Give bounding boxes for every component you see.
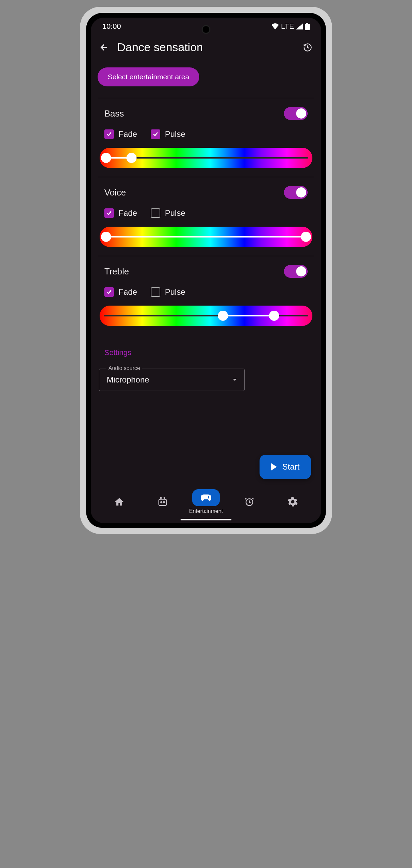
bass-pulse-label: Pulse bbox=[165, 129, 185, 139]
bass-slider-thumb-low[interactable] bbox=[101, 153, 111, 163]
chevron-down-icon bbox=[233, 379, 237, 381]
restore-icon[interactable] bbox=[303, 43, 312, 52]
settings-heading: Settings bbox=[98, 335, 314, 369]
start-button[interactable]: Start bbox=[260, 455, 311, 479]
treble-fade-label: Fade bbox=[119, 287, 137, 297]
nav-home[interactable] bbox=[99, 497, 140, 507]
voice-color-slider[interactable] bbox=[100, 227, 312, 247]
svg-point-4 bbox=[164, 498, 165, 499]
treble-slider-thumb-low[interactable] bbox=[218, 311, 228, 321]
treble-section: Treble Fade Pulse bbox=[98, 256, 314, 335]
back-arrow-icon[interactable] bbox=[100, 43, 109, 52]
audio-source-label: Audio source bbox=[106, 365, 142, 371]
voice-slider-thumb-high[interactable] bbox=[301, 232, 311, 242]
voice-fade-checkbox[interactable]: Fade bbox=[104, 208, 137, 218]
app-header: Dance sensation bbox=[91, 35, 321, 59]
nav-settings[interactable] bbox=[272, 497, 313, 507]
svg-rect-2 bbox=[159, 499, 167, 506]
voice-section: Voice Fade Pulse bbox=[98, 177, 314, 256]
status-time: 10:00 bbox=[102, 22, 121, 31]
treble-color-slider[interactable] bbox=[100, 306, 312, 326]
gamepad-icon bbox=[201, 492, 211, 502]
svg-rect-0 bbox=[305, 24, 310, 30]
start-label: Start bbox=[282, 462, 300, 472]
gear-icon bbox=[288, 497, 298, 507]
bass-color-slider[interactable] bbox=[100, 148, 312, 168]
bass-toggle[interactable] bbox=[284, 107, 308, 120]
svg-point-5 bbox=[161, 501, 162, 503]
audio-source-value: Microphone bbox=[107, 375, 149, 385]
nav-automation[interactable] bbox=[142, 497, 183, 507]
nav-alarm[interactable] bbox=[229, 497, 270, 507]
voice-fade-label: Fade bbox=[119, 208, 137, 218]
voice-title: Voice bbox=[104, 187, 126, 198]
svg-point-6 bbox=[163, 501, 165, 503]
treble-fade-checkbox[interactable]: Fade bbox=[104, 287, 137, 297]
home-indicator[interactable] bbox=[181, 519, 231, 520]
voice-pulse-label: Pulse bbox=[165, 208, 185, 218]
treble-title: Treble bbox=[104, 266, 129, 277]
audio-source-dropdown[interactable]: Microphone bbox=[99, 369, 245, 391]
bass-slider-thumb-high[interactable] bbox=[126, 153, 137, 163]
bass-pulse-checkbox[interactable]: Pulse bbox=[151, 129, 185, 139]
bass-title: Bass bbox=[104, 108, 124, 119]
play-icon bbox=[271, 463, 277, 471]
signal-icon bbox=[296, 23, 303, 29]
voice-pulse-checkbox[interactable]: Pulse bbox=[151, 208, 185, 218]
bass-fade-checkbox[interactable]: Fade bbox=[104, 129, 137, 139]
treble-pulse-checkbox[interactable]: Pulse bbox=[151, 287, 185, 297]
bottom-nav: Entertainment bbox=[91, 486, 321, 523]
bass-section: Bass Fade Pulse bbox=[98, 98, 314, 177]
wifi-icon bbox=[271, 23, 279, 29]
bass-fade-label: Fade bbox=[119, 129, 137, 139]
treble-pulse-label: Pulse bbox=[165, 287, 185, 297]
network-label: LTE bbox=[281, 22, 294, 31]
svg-rect-1 bbox=[306, 23, 308, 24]
nav-entertainment-label: Entertainment bbox=[189, 508, 223, 514]
home-icon bbox=[114, 497, 124, 507]
page-title: Dance sensation bbox=[117, 41, 295, 54]
treble-toggle[interactable] bbox=[284, 265, 308, 278]
treble-slider-thumb-high[interactable] bbox=[269, 311, 279, 321]
voice-slider-thumb-low[interactable] bbox=[101, 232, 111, 242]
automation-icon bbox=[158, 497, 168, 507]
select-entertainment-area-button[interactable]: Select entertainment area bbox=[98, 67, 199, 86]
battery-icon bbox=[305, 23, 310, 30]
camera-notch bbox=[202, 25, 210, 34]
nav-entertainment[interactable]: Entertainment bbox=[186, 489, 226, 514]
voice-toggle[interactable] bbox=[284, 186, 308, 199]
alarm-icon bbox=[244, 497, 254, 507]
svg-point-3 bbox=[161, 498, 162, 499]
